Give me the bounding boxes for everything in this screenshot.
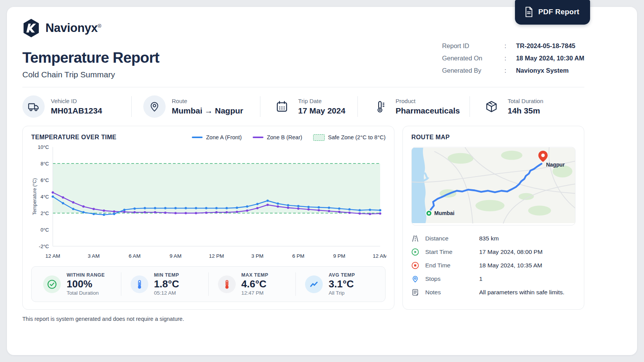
stat-avg-temp: AVG TEMP 3.1°C All Trip (295, 272, 383, 296)
stop-circle-icon (411, 262, 419, 269)
stat-min-temp: MIN TEMP 1.8°C 05:12 AM (121, 272, 208, 296)
svg-text:12 AM: 12 AM (45, 253, 60, 259)
trip-stats-bar: WITHIN RANGE 100% Total Duration (31, 266, 386, 302)
map-pin-icon (149, 101, 160, 112)
svg-text:4°C: 4°C (40, 194, 49, 200)
svg-text:6 AM: 6 AM (129, 253, 141, 259)
detail-stops: Stops 1 (411, 272, 575, 285)
safe-zone-swatch (313, 134, 325, 141)
calendar-icon (275, 100, 288, 113)
within-range-value: 100% (67, 279, 105, 290)
package-icon (485, 100, 498, 113)
footer-disclaimer: This report is system generated and does… (22, 316, 600, 322)
svg-text:2°C: 2°C (40, 210, 49, 216)
pdf-report-button[interactable]: PDF Report (515, 0, 590, 25)
svg-text:6°C: 6°C (40, 177, 49, 183)
legend-safe-zone[interactable]: Safe Zone (2°C to 8°C) (313, 134, 386, 141)
svg-text:9 AM: 9 AM (169, 253, 181, 259)
page-subtitle: Cold Chain Trip Summary (22, 70, 159, 79)
thermometer-hot-icon (222, 279, 232, 289)
map-start-label: Mumbai (434, 210, 454, 216)
route-details: Distance 835 km Start Time 17 May 2024, … (411, 232, 575, 299)
svg-text:Temperature (°C): Temperature (°C) (32, 178, 37, 215)
legend-zone-b[interactable]: Zone B (Rear) (253, 134, 302, 140)
route-map-panel: ROUTE MAP (402, 126, 584, 310)
report-id-value: TR-2024-05-18-7845 (516, 42, 575, 50)
notes-value: All parameters within safe limits. (479, 289, 564, 296)
detail-notes: Notes All parameters within safe limits. (411, 285, 575, 299)
min-temp-value: 1.8°C (154, 279, 179, 290)
svg-text:9 PM: 9 PM (333, 253, 345, 259)
total-duration-value: 14h 35m (508, 106, 543, 115)
avg-temp-value: 3.1°C (329, 279, 355, 290)
brand-name: Navionyx® (45, 21, 101, 35)
svg-text:-2°C: -2°C (39, 244, 49, 249)
trip-info-bar: Vehicle ID MH01AB1234 Route Mumbai → Nag… (22, 87, 584, 126)
vehicle-id-value: MH01AB1234 (51, 106, 102, 115)
svg-text:0°C: 0°C (40, 227, 49, 233)
report-page: Navionyx® Temperature Report Cold Chain … (7, 7, 637, 355)
truck-icon (27, 100, 40, 113)
meta-row-generated-by: Generated By : Navionyx System (442, 67, 584, 74)
trip-date-value: 17 May 2024 (298, 106, 345, 115)
trip-info-route: Route Mumbai → Nagpur (132, 95, 260, 118)
trip-info-date: Trip Date 17 May 2024 (260, 97, 357, 117)
thermometer-cold-icon (134, 279, 144, 289)
generated-by-value: Navionyx System (516, 67, 569, 74)
max-temp-value: 4.6°C (242, 279, 268, 290)
start-time-value: 17 May 2024, 08:00 PM (479, 249, 543, 255)
detail-start-time: Start Time 17 May 2024, 08:00 PM (411, 245, 575, 259)
route-map-image: Mumbai Nagpur (412, 147, 575, 224)
route-map-title: ROUTE MAP (411, 134, 575, 141)
trip-info-product: Product Pharmaceuticals (358, 97, 470, 117)
navionyx-logo-icon (22, 18, 40, 38)
svg-text:8°C: 8°C (40, 161, 49, 167)
svg-text:3 AM: 3 AM (88, 253, 100, 259)
start-dot-icon (426, 210, 432, 217)
trip-info-vehicle: Vehicle ID MH01AB1234 (22, 95, 131, 118)
map-end-label: Nagpur (546, 162, 565, 168)
distance-value: 835 km (479, 235, 499, 242)
report-header: Navionyx® Temperature Report Cold Chain … (22, 18, 584, 87)
meta-row-report-id: Report ID : TR-2024-05-18-7845 (442, 42, 584, 50)
trend-line-icon (309, 279, 319, 290)
zone-b-swatch (253, 137, 263, 138)
chart-title: TEMPERATURE OVER TIME (31, 134, 116, 141)
road-icon (411, 235, 419, 242)
detail-end-time: End Time 18 May 2024, 10:35 AM (411, 259, 575, 272)
product-value: Pharmaceuticals (396, 106, 460, 115)
stat-within-range: WITHIN RANGE 100% Total Duration (34, 272, 121, 296)
route-map: Mumbai Nagpur (411, 147, 575, 225)
detail-distance: Distance 835 km (411, 232, 575, 245)
check-circle-icon (47, 279, 57, 290)
pin-icon (411, 275, 419, 283)
page-title: Temperature Report (22, 49, 159, 66)
thermometer-icon (373, 100, 386, 113)
play-circle-icon (411, 248, 419, 256)
end-time-value: 18 May 2024, 10:35 AM (479, 262, 542, 269)
stat-max-temp: MAX TEMP 4.6°C 12:47 PM (208, 272, 296, 296)
svg-text:6 PM: 6 PM (292, 253, 305, 259)
svg-text:3 PM: 3 PM (251, 253, 263, 259)
registered-mark: ® (97, 23, 101, 29)
zone-a-swatch (192, 137, 203, 138)
pdf-report-label: PDF Report (538, 8, 580, 16)
notes-icon (411, 289, 419, 296)
stops-value: 1 (479, 275, 483, 282)
temperature-chart-panel: TEMPERATURE OVER TIME Zone A (Front) Zon… (22, 126, 394, 310)
route-value: Mumbai → Nagpur (172, 106, 243, 115)
chart-legend: Zone A (Front) Zone B (Rear) Safe Zone (… (192, 134, 386, 141)
report-meta: Report ID : TR-2024-05-18-7845 Generated… (442, 42, 584, 87)
trip-info-duration: Total Duration 14h 35m (470, 97, 566, 117)
generated-on-value: 18 May 2024, 10:30 AM (516, 55, 584, 62)
brand: Navionyx® (22, 18, 159, 38)
svg-text:10°C: 10°C (38, 144, 49, 150)
meta-row-generated-on: Generated On : 18 May 2024, 10:30 AM (442, 55, 584, 62)
pdf-document-icon (524, 7, 533, 17)
legend-zone-a[interactable]: Zone A (Front) (192, 134, 242, 140)
temperature-line-chart: 10°C8°C6°C4°C2°C0°C-2°CTemperature (°C)1… (31, 142, 386, 265)
svg-text:12 AM: 12 AM (373, 253, 386, 259)
svg-text:12 PM: 12 PM (209, 253, 224, 259)
